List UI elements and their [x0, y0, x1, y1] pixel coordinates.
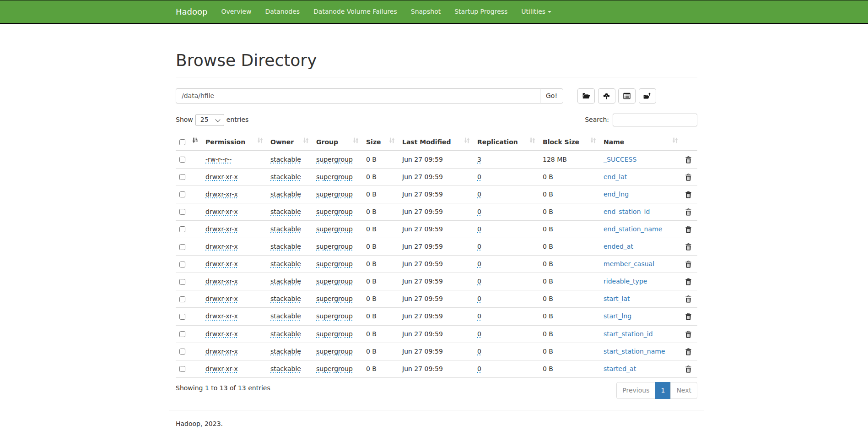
row-checkbox[interactable]	[179, 331, 185, 337]
directory-path-input[interactable]	[176, 88, 540, 104]
upload-files-button[interactable]	[598, 88, 615, 104]
owner-cell-value[interactable]: stackable	[270, 173, 301, 181]
header-sort-column[interactable]	[189, 134, 202, 151]
cut-paste-button[interactable]	[618, 88, 636, 104]
file-name-link[interactable]: rideable_type	[604, 278, 647, 285]
header-name[interactable]: Name	[600, 134, 682, 151]
search-input[interactable]	[613, 114, 697, 126]
row-checkbox[interactable]	[179, 262, 185, 267]
file-name-link[interactable]: start_lat	[604, 295, 630, 302]
group-cell-value[interactable]: supergroup	[316, 260, 353, 268]
owner-cell-value[interactable]: stackable	[270, 295, 301, 303]
group-cell-value[interactable]: supergroup	[316, 312, 353, 321]
pagination-next-link[interactable]: Next	[670, 382, 697, 399]
replication-cell-value[interactable]: 0	[477, 312, 481, 321]
row-checkbox[interactable]	[179, 279, 185, 285]
brand-hadoop[interactable]: Hadoop	[176, 0, 214, 23]
permission-cell-value[interactable]: drwxr-xr-x	[205, 225, 238, 234]
delete-button[interactable]	[685, 174, 691, 181]
nav-item-datanodes[interactable]: Datanodes	[258, 0, 307, 23]
delete-button[interactable]	[685, 226, 691, 233]
owner-cell-value[interactable]: stackable	[270, 242, 301, 251]
owner-cell-value[interactable]: stackable	[270, 347, 301, 356]
group-cell-value[interactable]: supergroup	[316, 190, 353, 199]
delete-button[interactable]	[685, 261, 691, 268]
select-all-checkbox[interactable]	[179, 139, 185, 145]
permission-cell-value[interactable]: drwxr-xr-x	[205, 260, 238, 268]
replication-cell-value[interactable]: 0	[477, 330, 481, 338]
file-name-link[interactable]: start_station_name	[604, 348, 665, 355]
permission-cell-value[interactable]: drwxr-xr-x	[205, 295, 238, 303]
delete-button[interactable]	[685, 366, 691, 373]
pagination-previous-link[interactable]: Previous	[616, 382, 655, 399]
delete-button[interactable]	[685, 331, 691, 338]
pagination-page-1[interactable]: 1	[655, 382, 671, 399]
permission-cell-value[interactable]: drwxr-xr-x	[205, 330, 238, 338]
header-size[interactable]: Size	[362, 134, 399, 151]
owner-cell-value[interactable]: stackable	[270, 330, 301, 338]
header-group[interactable]: Group	[313, 134, 362, 151]
row-checkbox[interactable]	[179, 174, 185, 180]
file-name-link[interactable]: end_lat	[604, 173, 627, 180]
header-replication[interactable]: Replication	[474, 134, 539, 151]
nav-item-utilities[interactable]: Utilities	[514, 0, 558, 23]
row-checkbox[interactable]	[179, 244, 185, 250]
row-checkbox[interactable]	[179, 209, 185, 215]
file-name-link[interactable]: started_at	[604, 365, 636, 372]
file-name-link[interactable]: end_station_name	[604, 225, 662, 233]
file-name-link[interactable]: start_lng	[604, 312, 631, 320]
owner-cell-value[interactable]: stackable	[270, 312, 301, 321]
replication-cell-value[interactable]: 0	[477, 277, 481, 286]
nav-item-overview[interactable]: Overview	[214, 0, 258, 23]
file-name-link[interactable]: end_station_id	[604, 208, 650, 215]
nav-item-startup-progress[interactable]: Startup Progress	[447, 0, 514, 23]
entries-per-page-select[interactable]: 25	[195, 114, 224, 126]
delete-button[interactable]	[685, 348, 691, 355]
file-name-link[interactable]: member_casual	[604, 260, 654, 267]
permission-cell-value[interactable]: drwxr-xr-x	[205, 242, 238, 251]
pagination-next[interactable]: Next	[671, 382, 697, 399]
delete-button[interactable]	[685, 156, 691, 164]
replication-cell-value[interactable]: 0	[477, 260, 481, 268]
group-cell-value[interactable]: supergroup	[316, 207, 353, 216]
permission-cell-value[interactable]: drwxr-xr-x	[205, 347, 238, 356]
header-block-size[interactable]: Block Size	[539, 134, 600, 151]
delete-button[interactable]	[685, 295, 691, 303]
delete-button[interactable]	[685, 243, 691, 251]
owner-cell-value[interactable]: stackable	[270, 207, 301, 216]
group-cell-value[interactable]: supergroup	[316, 277, 353, 286]
group-cell-value[interactable]: supergroup	[316, 347, 353, 356]
header-last-modified[interactable]: Last Modified	[399, 134, 474, 151]
owner-cell-value[interactable]: stackable	[270, 260, 301, 268]
row-checkbox[interactable]	[179, 191, 185, 197]
replication-cell-value[interactable]: 0	[477, 173, 481, 181]
permission-cell-value[interactable]: drwxr-xr-x	[205, 277, 238, 286]
delete-button[interactable]	[685, 208, 691, 216]
header-owner[interactable]: Owner	[267, 134, 313, 151]
replication-cell-value[interactable]: 0	[477, 295, 481, 303]
group-cell-value[interactable]: supergroup	[316, 155, 353, 164]
row-checkbox[interactable]	[179, 366, 185, 372]
move-to-trash-settings-button[interactable]	[639, 88, 656, 104]
delete-button[interactable]	[685, 278, 691, 285]
go-button[interactable]: Go!	[540, 88, 563, 104]
nav-item-snapshot[interactable]: Snapshot	[404, 0, 447, 23]
permission-cell-value[interactable]: drwxr-xr-x	[205, 207, 238, 216]
replication-cell-value[interactable]: 0	[477, 365, 481, 373]
replication-cell-value[interactable]: 0	[477, 207, 481, 216]
replication-cell-value[interactable]: 0	[477, 242, 481, 251]
row-checkbox[interactable]	[179, 314, 185, 320]
owner-cell-value[interactable]: stackable	[270, 225, 301, 234]
group-cell-value[interactable]: supergroup	[316, 173, 353, 181]
permission-cell-value[interactable]: -rw-r--r--	[205, 155, 232, 164]
replication-cell-value[interactable]: 0	[477, 225, 481, 234]
file-name-link[interactable]: start_station_id	[604, 330, 653, 338]
permission-cell-value[interactable]: drwxr-xr-x	[205, 312, 238, 321]
create-directory-button[interactable]	[577, 88, 595, 104]
file-name-link[interactable]: _SUCCESS	[604, 156, 636, 163]
owner-cell-value[interactable]: stackable	[270, 190, 301, 199]
replication-cell-value[interactable]: 0	[477, 347, 481, 356]
replication-cell-value[interactable]: 3	[477, 155, 481, 164]
group-cell-value[interactable]: supergroup	[316, 365, 353, 373]
group-cell-value[interactable]: supergroup	[316, 225, 353, 234]
